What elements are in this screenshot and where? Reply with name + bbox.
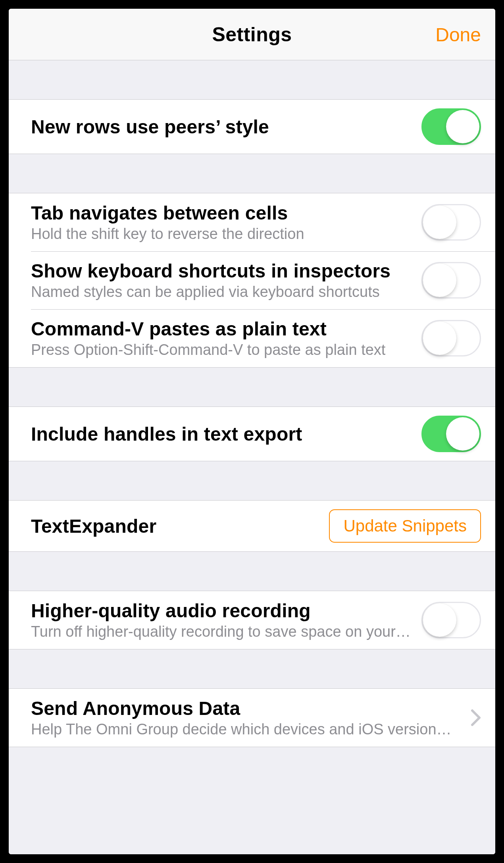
group-audio: Higher-quality audio recording Turn off …	[9, 591, 495, 649]
settings-screen: Settings Done New rows use peers’ style …	[9, 9, 495, 854]
row-title: Tab navigates between cells	[31, 202, 412, 224]
toggle-keyboard-shortcuts[interactable]	[421, 262, 481, 299]
row-subtitle: Named styles can be applied via keyboard…	[31, 283, 412, 301]
toggle-command-v-plain-text[interactable]	[421, 320, 481, 356]
row-title: TextExpander	[31, 515, 319, 537]
row-title: Include handles in text export	[31, 423, 412, 445]
row-text: Command-V pastes as plain text Press Opt…	[31, 318, 421, 358]
group-peers-style: New rows use peers’ style	[9, 99, 495, 154]
row-title: Show keyboard shortcuts in inspectors	[31, 260, 412, 282]
navbar: Settings Done	[9, 9, 495, 60]
group-keyboard: Tab navigates between cells Hold the shi…	[9, 193, 495, 368]
row-text: Show keyboard shortcuts in inspectors Na…	[31, 260, 421, 301]
row-subtitle: Turn off higher-quality recording to sav…	[31, 623, 412, 640]
row-subtitle: Hold the shift key to reverse the direct…	[31, 225, 412, 243]
chevron-right-icon	[471, 709, 481, 726]
group-gap	[9, 461, 495, 500]
group-gap	[9, 60, 495, 99]
row-title: Send Anonymous Data	[31, 697, 456, 719]
settings-content[interactable]: New rows use peers’ style Tab navigates …	[9, 60, 495, 854]
toggle-knob	[423, 603, 456, 637]
row-title: Higher-quality audio recording	[31, 600, 412, 622]
toggle-handles-text-export[interactable]	[421, 416, 481, 452]
row-title: New rows use peers’ style	[31, 116, 412, 138]
toggle-knob	[423, 322, 456, 355]
row-textexpander: TextExpander Update Snippets	[9, 501, 495, 551]
row-subtitle: Help The Omni Group decide which devices…	[31, 721, 456, 738]
group-anonymous-data: Send Anonymous Data Help The Omni Group …	[9, 688, 495, 747]
row-new-rows-peers-style: New rows use peers’ style	[9, 100, 495, 154]
group-gap	[9, 368, 495, 406]
row-keyboard-shortcuts: Show keyboard shortcuts in inspectors Na…	[9, 251, 495, 309]
row-command-v-plain-text: Command-V pastes as plain text Press Opt…	[9, 309, 495, 367]
row-handles-text-export: Include handles in text export	[9, 407, 495, 461]
group-gap	[9, 649, 495, 688]
row-title: Command-V pastes as plain text	[31, 318, 412, 340]
update-snippets-button[interactable]: Update Snippets	[329, 509, 481, 543]
group-gap	[9, 154, 495, 193]
row-send-anonymous-data[interactable]: Send Anonymous Data Help The Omni Group …	[9, 689, 495, 747]
group-textexpander: TextExpander Update Snippets	[9, 500, 495, 552]
toggle-knob	[423, 264, 456, 297]
group-gap	[9, 552, 495, 591]
row-subtitle: Press Option-Shift-Command-V to paste as…	[31, 341, 412, 358]
row-text: New rows use peers’ style	[31, 116, 421, 138]
row-audio-quality: Higher-quality audio recording Turn off …	[9, 591, 495, 649]
row-text: Send Anonymous Data Help The Omni Group …	[31, 697, 466, 738]
row-tab-navigates: Tab navigates between cells Hold the shi…	[9, 193, 495, 251]
row-text: Higher-quality audio recording Turn off …	[31, 600, 421, 640]
row-text: Include handles in text export	[31, 423, 421, 445]
toggle-knob	[446, 110, 479, 143]
toggle-audio-quality[interactable]	[421, 602, 481, 638]
row-text: TextExpander	[31, 515, 329, 537]
done-button[interactable]: Done	[435, 23, 481, 45]
toggle-new-rows-peers-style[interactable]	[421, 108, 481, 145]
toggle-tab-navigates[interactable]	[421, 204, 481, 241]
toggle-knob	[446, 417, 479, 451]
group-export: Include handles in text export	[9, 406, 495, 461]
toggle-knob	[423, 206, 456, 239]
row-text: Tab navigates between cells Hold the shi…	[31, 202, 421, 243]
navbar-title: Settings	[212, 23, 292, 46]
